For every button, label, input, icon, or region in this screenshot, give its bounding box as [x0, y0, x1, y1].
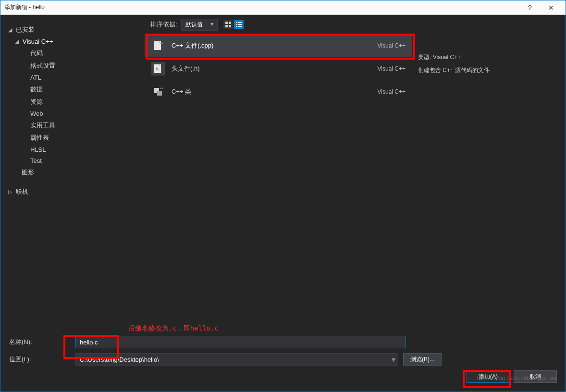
- watermark: https://blog.csdn.net/dingyc_ee: [477, 375, 556, 381]
- template-name: C++ 文件(.cpp): [172, 41, 371, 50]
- browse-button[interactable]: 浏览(B)...: [403, 353, 442, 366]
- sort-value: 默认值: [185, 21, 203, 28]
- caret-right-icon: ▷: [8, 189, 13, 195]
- svg-rect-3: [229, 25, 231, 27]
- tree-item-utility[interactable]: 实用工具: [4, 119, 141, 132]
- description-pane: 类型: Visual C++ 创建包含 C++ 源代码的文件: [412, 34, 566, 319]
- list-icon: [236, 22, 242, 27]
- caret-down-icon: ◢: [8, 27, 13, 33]
- tree-visual-cpp[interactable]: ◢Visual C++: [4, 36, 141, 47]
- template-list: ++ C++ 文件(.cpp) Visual C++ h 头文件(.h) Vis…: [145, 34, 412, 319]
- caret-down-icon: ◢: [15, 38, 20, 45]
- svg-rect-4: [236, 22, 237, 23]
- tree-label: 格式设置: [30, 61, 55, 70]
- tree-item-atl[interactable]: ATL: [4, 72, 141, 83]
- template-lang: Visual C++: [378, 88, 406, 95]
- header-file-icon: h: [151, 62, 165, 75]
- tree-label: 已安装: [16, 25, 35, 34]
- tree-label: 图形: [22, 168, 34, 177]
- toolbar: 排序依据: 默认值: [145, 15, 566, 34]
- template-item-cpp[interactable]: ++ C++ 文件(.cpp) Visual C++: [145, 34, 412, 57]
- tree-label: 数据: [30, 85, 43, 94]
- help-button[interactable]: ?: [519, 4, 541, 12]
- tree-label: HLSL: [30, 146, 46, 153]
- tree-item-test[interactable]: Test: [4, 155, 141, 166]
- titlebar: 添加新项 - hello ? ✕: [0, 0, 566, 15]
- tree-item-resource[interactable]: 资源: [4, 96, 141, 108]
- tree-installed[interactable]: ◢已安装: [4, 24, 141, 36]
- view-list-button[interactable]: [234, 20, 244, 29]
- main-area: 排序依据: 默认值 ++ C++: [145, 15, 566, 319]
- tree-item-propsheet[interactable]: 属性表: [4, 132, 141, 144]
- tree-label: ATL: [30, 74, 41, 81]
- sort-dropdown[interactable]: 默认值: [181, 19, 218, 31]
- svg-rect-8: [236, 26, 237, 27]
- svg-rect-1: [229, 22, 231, 24]
- tree-label: Web: [30, 110, 43, 117]
- template-lang: Visual C++: [378, 42, 406, 49]
- desc-text: 创建包含 C++ 源代码的文件: [418, 66, 560, 74]
- cpp-file-icon: ++: [151, 39, 165, 52]
- template-item-class[interactable]: ++ C++ 类 Visual C++: [145, 80, 412, 103]
- name-row: 名称(N):: [9, 336, 557, 348]
- tree-item-format[interactable]: 格式设置: [4, 60, 141, 72]
- tree-online[interactable]: ▷联机: [4, 185, 141, 198]
- grid-icon: [225, 22, 231, 27]
- tree-item-code[interactable]: 代码: [4, 47, 141, 60]
- svg-text:++: ++: [160, 87, 163, 90]
- tree-label: 实用工具: [30, 121, 55, 130]
- svg-rect-0: [225, 22, 228, 24]
- location-input[interactable]: [75, 353, 398, 366]
- tree-label: 代码: [30, 49, 43, 58]
- tree-item-web[interactable]: Web: [4, 108, 141, 119]
- location-label: 位置(L):: [9, 355, 72, 364]
- desc-type: 类型: Visual C++: [418, 53, 560, 61]
- view-toggle: [223, 20, 244, 29]
- tree-label: Test: [30, 157, 42, 164]
- type-label: 类型:: [418, 54, 431, 61]
- annotation-text: 后缀名修改为.c，即hello.c: [128, 324, 557, 333]
- svg-text:h: h: [156, 67, 159, 72]
- location-row: 位置(L): ▾ 浏览(B)...: [9, 353, 557, 366]
- svg-rect-9: [238, 26, 242, 27]
- category-sidebar: ◢已安装 ◢Visual C++ 代码 格式设置 ATL 数据 资源 Web 实…: [0, 15, 145, 319]
- template-item-header[interactable]: h 头文件(.h) Visual C++: [145, 57, 412, 80]
- svg-text:++: ++: [160, 42, 163, 45]
- dialog-window: 添加新项 - hello ? ✕ ◢已安装 ◢Visual C++ 代码 格式设…: [0, 0, 566, 392]
- template-lang: Visual C++: [378, 65, 406, 72]
- dialog-body: ◢已安装 ◢Visual C++ 代码 格式设置 ATL 数据 资源 Web 实…: [0, 15, 566, 319]
- close-button[interactable]: ✕: [541, 4, 562, 12]
- class-icon: ++: [151, 85, 165, 98]
- tree-item-data[interactable]: 数据: [4, 83, 141, 96]
- content-row: ++ C++ 文件(.cpp) Visual C++ h 头文件(.h) Vis…: [145, 34, 566, 319]
- template-name: C++ 类: [172, 87, 371, 96]
- svg-rect-6: [236, 24, 237, 25]
- template-name: 头文件(.h): [172, 64, 371, 73]
- window-title: 添加新项 - hello: [4, 3, 519, 12]
- tree-label: 属性表: [30, 134, 49, 142]
- view-grid-button[interactable]: [223, 20, 233, 29]
- svg-rect-5: [238, 22, 242, 23]
- tree-label: Visual C++: [23, 38, 53, 45]
- tree-label: 资源: [30, 98, 43, 106]
- name-label: 名称(N):: [9, 338, 72, 346]
- tree-label: 联机: [16, 187, 28, 196]
- svg-rect-2: [225, 25, 228, 27]
- action-row: 添加(A) 取消: [9, 370, 557, 383]
- tree-item-graphics[interactable]: 图形: [4, 166, 141, 179]
- svg-rect-7: [238, 24, 242, 25]
- name-input[interactable]: [75, 336, 406, 348]
- type-value: Visual C++: [433, 54, 461, 61]
- tree-item-hlsl[interactable]: HLSL: [4, 144, 141, 155]
- sort-label: 排序依据:: [150, 20, 177, 29]
